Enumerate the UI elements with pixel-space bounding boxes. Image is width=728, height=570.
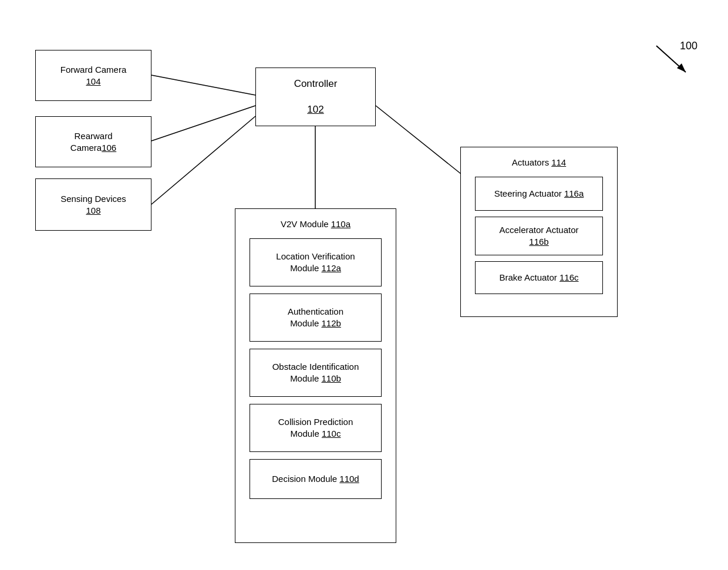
obstacle-label2: Module 110b [290,373,341,385]
steering-label: Steering Actuator 116a [494,188,584,200]
brake-actuator-box: Brake Actuator 116c [475,261,603,294]
v2v-module-id: 110a [331,218,350,230]
authentication-label2: Module 112b [290,318,341,329]
location-verification-label2: Module 112a [290,262,341,274]
authentication-module-box: Authentication Module 112b [250,294,382,342]
ref-100-label: 100 [680,40,697,52]
actuators-box: Actuators 114 Steering Actuator 116a Acc… [460,147,618,317]
location-verification-label1: Location Verification [276,251,355,262]
svg-line-4 [376,106,464,176]
controller-label: Controller [294,77,338,90]
controller-box: Controller 102 [255,68,376,126]
rearward-camera-box: Rearward Camera106 [35,116,151,167]
controller-id: 102 [307,103,323,116]
diagram: Forward Camera 104 Rearward Camera106 Se… [0,0,728,570]
forward-camera-label: Forward Camera [60,64,127,76]
accelerator-label1: Accelerator Actuator [499,224,578,236]
sensing-devices-label: Sensing Devices [60,193,126,205]
svg-line-1 [151,106,255,141]
authentication-label1: Authentication [288,306,343,318]
svg-line-0 [151,75,255,95]
collision-label1: Collision Prediction [278,416,353,428]
location-verification-box: Location Verification Module 112a [250,238,382,286]
brake-label: Brake Actuator 116c [499,272,578,284]
rearward-camera-id: 106 [102,143,116,153]
decision-label: Decision Module 110d [272,473,359,485]
v2v-module-label: V2V Module [281,218,329,230]
rearward-camera-label1: Rearward [74,130,112,142]
steering-actuator-box: Steering Actuator 116a [475,177,603,211]
rearward-camera-label2: Camera106 [70,142,116,154]
sensing-devices-box: Sensing Devices 108 [35,178,151,231]
obstacle-identification-box: Obstacle Identification Module 110b [250,349,382,397]
reference-number-100: 100 [645,40,697,78]
accelerator-actuator-box: Accelerator Actuator 116b [475,217,603,255]
forward-camera-box: Forward Camera 104 [35,50,151,101]
collision-label2: Module 110c [291,428,341,440]
svg-line-2 [151,116,255,204]
actuators-label: Actuators [512,157,549,168]
collision-prediction-box: Collision Prediction Module 110c [250,404,382,452]
sensing-devices-id: 108 [86,205,100,217]
obstacle-label1: Obstacle Identification [272,361,359,373]
decision-module-box: Decision Module 110d [250,459,382,499]
v2v-module-box: V2V Module 110a Location Verification Mo… [235,208,396,543]
actuators-id: 114 [551,157,566,168]
forward-camera-id: 104 [86,76,100,87]
accelerator-id: 116b [529,236,548,248]
